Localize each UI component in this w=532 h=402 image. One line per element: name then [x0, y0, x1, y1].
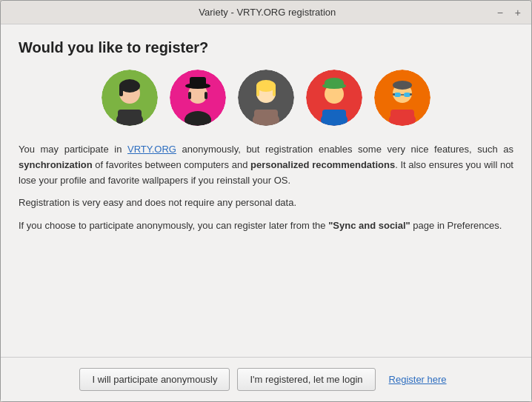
titlebar: Variety - VRTY.ORG registration − +	[1, 1, 531, 24]
anonymous-button[interactable]: I will participate anonymously	[79, 368, 230, 391]
svg-rect-11	[188, 92, 191, 99]
svg-point-29	[393, 81, 412, 90]
description-p3: If you choose to participate anonymously…	[19, 218, 513, 234]
svg-rect-5	[118, 110, 142, 121]
window-title: Variety - VRTY.ORG registration	[39, 7, 496, 18]
svg-rect-12	[205, 92, 207, 99]
avatars-container	[19, 70, 513, 126]
svg-rect-34	[410, 93, 412, 96]
description-p1: You may participate in VRTY.ORG anonymou…	[19, 142, 513, 188]
svg-rect-35	[390, 110, 414, 121]
vrty-link[interactable]: VRTY.ORG	[127, 144, 176, 155]
window: Variety - VRTY.ORG registration − + Woul…	[0, 0, 532, 402]
description-p2: Registration is very easy and does not r…	[19, 195, 513, 211]
avatar-2	[170, 70, 226, 126]
svg-rect-31	[404, 93, 410, 97]
svg-rect-4	[119, 86, 123, 96]
svg-rect-10	[190, 77, 206, 87]
avatar-5	[374, 70, 430, 126]
page-title: Would you like to register?	[19, 39, 513, 56]
maximize-button[interactable]: +	[513, 7, 522, 18]
svg-rect-17	[256, 84, 259, 96]
minimize-button[interactable]: −	[496, 7, 505, 18]
avatar-3	[238, 70, 294, 126]
avatar-1	[102, 70, 158, 126]
footer: I will participate anonymously I'm regis…	[1, 357, 531, 401]
login-button[interactable]: I'm registered, let me login	[237, 368, 375, 391]
svg-rect-18	[273, 84, 276, 96]
svg-rect-30	[394, 93, 401, 97]
svg-point-24	[325, 78, 344, 88]
svg-rect-25	[322, 110, 346, 121]
register-button[interactable]: Register here	[383, 369, 453, 390]
svg-rect-33	[393, 93, 395, 96]
window-controls: − +	[496, 7, 522, 18]
main-content: Would you like to register?	[1, 24, 531, 357]
svg-rect-19	[254, 110, 278, 121]
avatar-4	[306, 70, 362, 126]
